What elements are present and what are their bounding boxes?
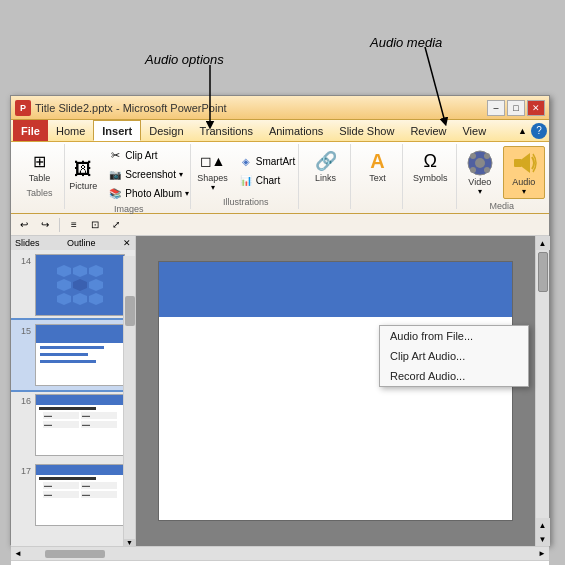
menu-home[interactable]: Home bbox=[48, 120, 93, 141]
images-buttons: 🖼 Picture ✂ Clip Art 📷 Screenshot ▾ 📚 bbox=[64, 146, 193, 202]
slide-canvas[interactable] bbox=[158, 261, 513, 521]
scroll-down-right[interactable]: ▼ bbox=[536, 532, 550, 546]
audio-button[interactable]: Audio ▾ bbox=[503, 146, 545, 199]
window-title: Title Slide2.pptx - Microsoft PowerPoint bbox=[35, 102, 227, 114]
menu-bar: File Home Insert Design Transitions Anim… bbox=[11, 120, 549, 142]
ribbon-group-images: 🖼 Picture ✂ Clip Art 📷 Screenshot ▾ 📚 bbox=[67, 144, 191, 209]
clip-art-button[interactable]: ✂ Clip Art bbox=[104, 146, 193, 164]
svg-point-7 bbox=[484, 167, 490, 173]
slides-tab[interactable]: Slides bbox=[15, 238, 40, 248]
slide-number-16: 16 bbox=[15, 396, 31, 406]
slide17-row2: ▬▬ ▬▬ bbox=[43, 491, 117, 498]
slide17-header bbox=[36, 465, 124, 475]
video-button[interactable]: Video ▾ bbox=[459, 146, 501, 199]
photo-album-button[interactable]: 📚 Photo Album ▾ bbox=[104, 184, 193, 202]
tables-buttons: ⊞ Table bbox=[22, 146, 58, 186]
links-button[interactable]: 🔗 Links bbox=[308, 146, 344, 186]
undo-button[interactable]: ↩ bbox=[15, 216, 33, 234]
slide16-content: ▬▬ ▬▬ ▬▬ ▬▬ bbox=[36, 405, 124, 432]
smartart-button[interactable]: ◈ SmartArt bbox=[235, 152, 299, 170]
main-window: P Title Slide2.pptx - Microsoft PowerPoi… bbox=[10, 95, 550, 545]
scrollbar-thumb[interactable] bbox=[538, 252, 548, 292]
slide17-cell: ▬▬ bbox=[81, 482, 117, 489]
scroll-left[interactable]: ◄ bbox=[11, 549, 25, 558]
hex-cell bbox=[57, 265, 71, 277]
menu-slideshow[interactable]: Slide Show bbox=[331, 120, 402, 141]
slide-number-14: 14 bbox=[15, 256, 31, 266]
menu-file[interactable]: File bbox=[13, 120, 48, 141]
toolbar-btn2[interactable]: ⊡ bbox=[86, 216, 104, 234]
audio-dropdown-menu: Audio from File... Clip Art Audio... Rec… bbox=[379, 325, 529, 387]
slide17-cell: ▬▬ bbox=[43, 491, 79, 498]
audio-icon bbox=[510, 149, 538, 177]
slide-number-15: 15 bbox=[15, 326, 31, 336]
text-button[interactable]: A Text bbox=[360, 146, 396, 186]
menu-animations[interactable]: Animations bbox=[261, 120, 331, 141]
scroll-up-arrow[interactable]: ▲ bbox=[536, 236, 550, 250]
redo-button[interactable]: ↪ bbox=[36, 216, 54, 234]
slide17-row1: ▬▬ ▬▬ bbox=[43, 482, 117, 489]
clip-art-audio-item[interactable]: Clip Art Audio... bbox=[380, 346, 528, 366]
close-button[interactable]: ✕ bbox=[527, 100, 545, 116]
panel-scrollbar-thumb[interactable] bbox=[125, 296, 135, 326]
scrollbar-track bbox=[538, 250, 548, 518]
title-bar-buttons: – □ ✕ bbox=[487, 100, 545, 116]
symbols-icon: Ω bbox=[418, 149, 442, 173]
table-icon: ⊞ bbox=[28, 149, 52, 173]
illustrations-buttons: ◻▲ Shapes ▾ ◈ SmartArt 📊 Chart bbox=[192, 146, 299, 195]
ribbon: ⊞ Table Tables 🖼 Picture ✂ Clip Art bbox=[11, 142, 549, 214]
chart-icon: 📊 bbox=[239, 173, 253, 187]
table-label: Table bbox=[29, 173, 51, 183]
slide-title-bar bbox=[159, 262, 512, 317]
symbols-button[interactable]: Ω Symbols bbox=[408, 146, 453, 186]
panel-scroll-down[interactable]: ▼ bbox=[124, 539, 135, 546]
slide16-cell: ▬▬ bbox=[43, 421, 79, 428]
ribbon-toggle[interactable]: ▲ bbox=[518, 126, 527, 136]
hex-cell bbox=[73, 279, 87, 291]
picture-button[interactable]: 🖼 Picture bbox=[64, 154, 102, 194]
slide-preview-17: ▬▬ ▬▬ ▬▬ ▬▬ bbox=[35, 464, 125, 526]
scroll-right[interactable]: ► bbox=[535, 549, 549, 558]
chart-button[interactable]: 📊 Chart bbox=[235, 171, 299, 189]
h-scrollbar-track bbox=[25, 550, 535, 558]
audio-from-file-item[interactable]: Audio from File... bbox=[380, 326, 528, 346]
menu-insert[interactable]: Insert bbox=[93, 120, 141, 141]
restore-button[interactable]: □ bbox=[507, 100, 525, 116]
outline-tab[interactable]: Outline bbox=[67, 238, 96, 248]
svg-rect-8 bbox=[514, 159, 522, 167]
toolbar-btn1[interactable]: ≡ bbox=[65, 216, 83, 234]
slide-thumb-16[interactable]: 16 ▬▬ ▬▬ ▬▬ ▬▬ bbox=[11, 390, 135, 460]
powerpoint-icon: P bbox=[15, 100, 31, 116]
svg-point-6 bbox=[470, 167, 476, 173]
scroll-down-left[interactable]: ▲ bbox=[536, 518, 550, 532]
shapes-button[interactable]: ◻▲ Shapes ▾ bbox=[192, 146, 233, 195]
slide-thumb-17[interactable]: 17 ▬▬ ▬▬ ▬▬ ▬▬ bbox=[11, 460, 135, 530]
h-scrollbar-thumb[interactable] bbox=[45, 550, 105, 558]
help-button[interactable]: ? bbox=[531, 123, 547, 139]
ribbon-group-text: A Text bbox=[353, 144, 403, 209]
images-group-label: Images bbox=[114, 204, 144, 214]
screenshot-button[interactable]: 📷 Screenshot ▾ bbox=[104, 165, 193, 183]
toolbar-btn3[interactable]: ⤢ bbox=[107, 216, 125, 234]
menu-design[interactable]: Design bbox=[141, 120, 191, 141]
table-button[interactable]: ⊞ Table bbox=[22, 146, 58, 186]
text-icon: A bbox=[366, 149, 390, 173]
slide15-content bbox=[36, 343, 124, 366]
slide-thumb-15[interactable]: 15 bbox=[11, 320, 135, 390]
slide17-cell: ▬▬ bbox=[81, 491, 117, 498]
menu-view[interactable]: View bbox=[454, 120, 494, 141]
menu-transitions[interactable]: Transitions bbox=[192, 120, 261, 141]
hex-cell bbox=[89, 293, 103, 305]
panel-close[interactable]: ✕ bbox=[123, 238, 131, 248]
menu-review[interactable]: Review bbox=[402, 120, 454, 141]
tables-group-label: Tables bbox=[26, 188, 52, 198]
slide16-cell: ▬▬ bbox=[81, 412, 117, 419]
panel-scrollbar-arrows: ▼ bbox=[124, 539, 135, 546]
minimize-button[interactable]: – bbox=[487, 100, 505, 116]
record-audio-item[interactable]: Record Audio... bbox=[380, 366, 528, 386]
slide-thumb-14[interactable]: 14 bbox=[11, 250, 135, 320]
audio-options-annotation: Audio options bbox=[145, 52, 224, 67]
photo-album-icon: 📚 bbox=[108, 186, 122, 200]
notes-area[interactable]: Click to add notes bbox=[11, 560, 549, 565]
smartart-icon: ◈ bbox=[239, 154, 253, 168]
